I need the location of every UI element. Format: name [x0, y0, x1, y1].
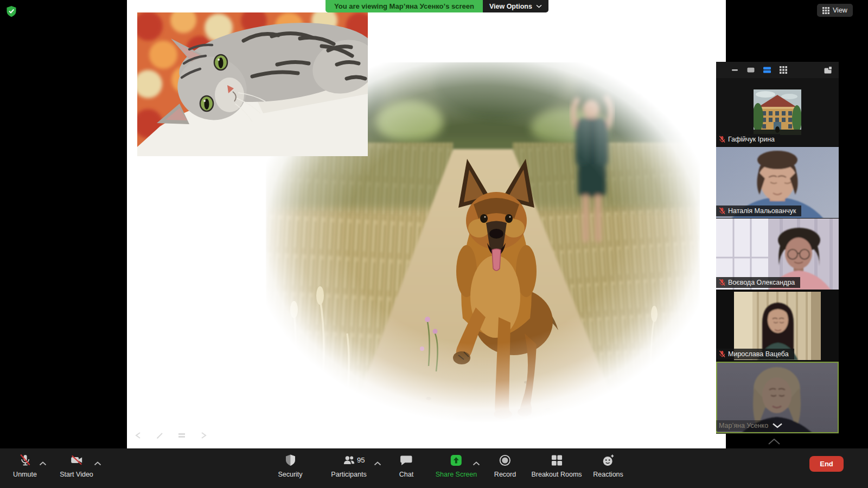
- security-button[interactable]: Security: [278, 453, 302, 478]
- share-options-chevron-up[interactable]: [473, 458, 480, 468]
- breakout-rooms-icon: [550, 453, 564, 467]
- view-button[interactable]: View: [817, 4, 853, 17]
- participant-video: [754, 89, 801, 135]
- participants-options-chevron-up[interactable]: [374, 458, 381, 468]
- panel-header: [716, 62, 839, 78]
- share-screen-icon: [449, 453, 463, 467]
- annotate-pen-icon: [155, 431, 165, 440]
- participant-name-chip: Мирослава Вацеба: [716, 349, 794, 359]
- slide-nav-controls: [133, 431, 208, 440]
- meeting-info-shield-icon[interactable]: [6, 5, 17, 20]
- audio-options-chevron-up[interactable]: [39, 458, 47, 468]
- reactions-label: Reactions: [593, 471, 623, 478]
- chat-bubble-icon: [399, 453, 413, 467]
- participants-label: Participants: [331, 471, 366, 478]
- panel-minimize-icon[interactable]: [731, 67, 738, 73]
- screen-share-banner: You are viewing Мар’яна Усенко’s screen …: [326, 0, 548, 12]
- slide-next-icon: [199, 431, 208, 440]
- unmute-label: Unmute: [13, 471, 37, 478]
- participant-tile[interactable]: Гафійчук Ірина: [716, 78, 839, 147]
- shared-screen-content: [127, 0, 726, 448]
- participant-name-chip: Наталія Мальованчук: [716, 206, 801, 216]
- participants-icon: [342, 453, 356, 467]
- slides-icon: [177, 431, 187, 440]
- unmute-button[interactable]: Unmute: [13, 453, 37, 478]
- participant-name: Воєвода Олександра: [728, 279, 795, 286]
- participant-name-chip: Гафійчук Ірина: [716, 134, 780, 145]
- mic-muted-icon: [719, 350, 725, 358]
- view-label: View: [833, 7, 847, 14]
- record-label: Record: [494, 471, 516, 478]
- reactions-button[interactable]: Reactions: [593, 453, 623, 478]
- popout-panel-icon[interactable]: [824, 66, 832, 74]
- camera-off-icon: [69, 453, 84, 467]
- view-grid-icon: [822, 7, 829, 14]
- participant-tile[interactable]: Наталія Мальованчук: [716, 147, 839, 219]
- breakout-rooms-button[interactable]: Breakout Rooms: [531, 453, 582, 478]
- participant-name: Гафійчук Ірина: [728, 136, 775, 143]
- chevron-down-icon: [536, 4, 542, 8]
- participant-name: Мирослава Вацеба: [728, 350, 789, 358]
- participants-count-badge: 95: [357, 456, 365, 464]
- participant-name: Мар’яна Усенко: [719, 422, 768, 429]
- participant-tile[interactable]: Мирослава Вацеба: [716, 290, 839, 362]
- chat-label: Chat: [399, 471, 413, 478]
- share-screen-label: Share Screen: [436, 471, 477, 478]
- record-button[interactable]: Record: [494, 453, 516, 478]
- video-options-chevron-up[interactable]: [94, 458, 101, 468]
- breakout-rooms-label: Breakout Rooms: [531, 471, 582, 478]
- participant-name-chip: Мар’яна Усенко: [716, 420, 774, 431]
- start-video-button[interactable]: Start Video: [60, 453, 93, 478]
- banner-message: You are viewing Мар’яна Усенко’s screen: [326, 0, 483, 12]
- share-screen-button[interactable]: Share Screen: [436, 453, 477, 478]
- participants-panel: Гафійчук Ірина: [716, 62, 839, 434]
- security-shield-icon: [283, 453, 297, 467]
- speaker-view-icon[interactable]: [747, 67, 755, 73]
- mic-muted-icon: [719, 136, 725, 143]
- mic-muted-icon: [18, 453, 32, 467]
- security-label: Security: [278, 471, 302, 478]
- view-options-button[interactable]: View Options: [483, 0, 548, 12]
- strip-view-icon-active[interactable]: [763, 67, 771, 73]
- record-icon: [498, 453, 512, 467]
- start-video-label: Start Video: [60, 471, 93, 478]
- cat-photo: [137, 12, 368, 156]
- view-options-label: View Options: [489, 3, 532, 10]
- participant-tile[interactable]: Воєвода Олександра: [716, 219, 839, 290]
- chat-button[interactable]: Chat: [399, 453, 413, 478]
- participant-tile-active-speaker[interactable]: Мар’яна Усенко: [716, 362, 839, 433]
- participant-name: Наталія Мальованчук: [728, 207, 796, 215]
- end-meeting-button[interactable]: End: [809, 456, 844, 472]
- collapse-strip-chevron-down-icon[interactable]: [772, 421, 783, 431]
- mic-muted-icon: [719, 279, 725, 286]
- reactions-smiley-icon: [601, 453, 615, 467]
- zoom-meeting-window: You are viewing Мар’яна Усенко’s screen …: [0, 0, 868, 488]
- participant-name-chip: Воєвода Олександра: [716, 277, 800, 288]
- gallery-view-icon[interactable]: [780, 66, 787, 74]
- mic-muted-icon: [719, 207, 725, 215]
- background-caret-mark: [768, 437, 780, 447]
- meeting-toolbar: Unmute Start Video Security: [0, 448, 868, 488]
- slide-prev-icon: [133, 431, 143, 440]
